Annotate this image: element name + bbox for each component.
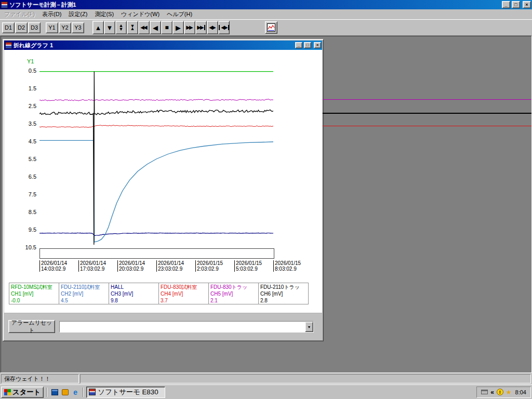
y-tick-label: 3.5 xyxy=(18,121,36,127)
toolbar-y3-button[interactable]: Y3 xyxy=(72,22,84,33)
graph-maximize-button[interactable]: □ xyxy=(304,42,311,48)
taskbar-separator xyxy=(46,388,47,397)
minimize-button[interactable]: _ xyxy=(502,1,510,8)
favorites-star-icon[interactable]: ★ xyxy=(506,389,512,395)
main-title-bar[interactable]: ソフトサーモ計測－計測1 _ □ × xyxy=(0,0,532,9)
x-tick-time: 17:03:02.9 xyxy=(80,266,106,272)
legend-channel-6: FDU-2110トラッCH6 [mV]2.8 xyxy=(258,283,309,304)
quick-launch-show-desktop-icon[interactable] xyxy=(50,388,59,397)
printer-icon[interactable] xyxy=(481,390,488,394)
y-tick-label: 4.5 xyxy=(18,138,36,145)
quick-launch-bar: e xyxy=(50,388,80,397)
legend-channel-4: FDU-830試料室CH4 [mV]3.7 xyxy=(158,283,209,304)
toolbar-d2-button[interactable]: D2 xyxy=(15,22,28,33)
quick-launch-channels-icon[interactable] xyxy=(60,388,70,397)
graph-minimize-button[interactable]: _ xyxy=(295,42,302,48)
y-tick-label: 6.5 xyxy=(18,174,36,180)
legend-channel-name: RFD-10MS試料室 xyxy=(11,284,57,290)
legend-channel-value: -0.0 xyxy=(11,297,57,304)
full-range-button[interactable]: ◀▶ xyxy=(218,21,230,34)
maximize-button[interactable]: □ xyxy=(512,1,520,8)
menu-help[interactable]: ヘルプ(H) xyxy=(163,9,196,19)
stop-button[interactable]: ■ xyxy=(161,21,172,34)
repaint-artifact-line xyxy=(323,113,531,114)
scroll-down-button[interactable]: ▼ xyxy=(104,21,115,34)
line-graph-window-button[interactable] xyxy=(265,21,277,34)
menu-measurement[interactable]: 測定(S) xyxy=(91,9,117,19)
menu-settings[interactable]: 設定(Z) xyxy=(65,9,91,19)
graph-content: Y1 0.51.52.53.54.55.56.57.58.59.510.5 20… xyxy=(4,50,322,340)
graph-window-title: 折れ線グラフ 1 xyxy=(14,42,294,49)
stop-square-icon: ■ xyxy=(165,24,168,31)
y-tick-label: 7.5 xyxy=(18,191,36,198)
menu-window[interactable]: ウィンドウ(W) xyxy=(117,9,163,19)
x-tick-date: 2026/01/14 xyxy=(158,260,184,266)
legend-channel-id: CH6 [mV] xyxy=(260,290,307,297)
step-back-button[interactable]: ◀ xyxy=(150,21,161,34)
fast-forward-button[interactable]: ▶▶ xyxy=(184,21,195,34)
toolbar-y2-button[interactable]: Y2 xyxy=(59,22,71,33)
combobox-dropdown-button[interactable]: ▼ xyxy=(305,322,313,332)
double-right-bar-icon: ▶▶ xyxy=(197,25,205,30)
menu-file[interactable]: ファイル(F) xyxy=(1,9,38,19)
time-scroll-box[interactable] xyxy=(39,248,274,259)
taskbar-separator-2 xyxy=(83,388,84,397)
x-tick-label: 2026/01/1417:03:02.9 xyxy=(78,260,106,272)
toolbar-d3-button[interactable]: D3 xyxy=(28,22,41,33)
window-title: ソフトサーモ計測－計測1 xyxy=(9,1,500,9)
expand-vertical-button[interactable]: ▲▼ xyxy=(115,21,127,34)
graph-close-button[interactable]: × xyxy=(314,42,321,48)
arrow-down-icon: ▼ xyxy=(107,24,113,31)
repaint-artifact-line xyxy=(323,126,531,126)
task-app-icon xyxy=(89,389,96,395)
series-CH3-line xyxy=(39,233,273,235)
alarm-reset-button[interactable]: アラームリセット xyxy=(8,320,55,333)
x-tick-label: 2026/01/155:03:02.9 xyxy=(234,260,262,272)
x-axis-ticks: 2026/01/1414:03:02.92026/01/1417:03:02.9… xyxy=(4,260,322,273)
hourglass-icon: ▼▲ xyxy=(130,25,135,30)
wait-button[interactable]: ▼▲ xyxy=(127,21,138,34)
y-tick-label: 5.5 xyxy=(18,156,36,163)
step-forward-button[interactable]: ▶ xyxy=(172,21,184,34)
channel-legend: RFD-10MS試料室CH1 [mV]-0.0FDU-2110試料室CH2 [m… xyxy=(9,283,309,304)
task-button-softthermo[interactable]: ソフトサーモ E830 xyxy=(86,387,165,398)
close-button[interactable]: × xyxy=(523,1,531,8)
x-tick-date: 2026/01/14 xyxy=(41,260,67,266)
update-alert-icon[interactable]: ! xyxy=(497,389,503,395)
series-CH6-line xyxy=(39,72,273,245)
y-tick-label: 0.5 xyxy=(18,68,36,74)
toolbar-y1-button[interactable]: Y1 xyxy=(46,22,58,33)
plot-area[interactable] xyxy=(39,71,273,247)
legend-channel-value: 9.8 xyxy=(111,297,157,304)
collapse-chevron-icon[interactable]: « xyxy=(490,389,494,395)
alarm-combobox[interactable]: ▼ xyxy=(59,321,314,332)
legend-channel-name: HALL xyxy=(111,284,157,290)
start-button[interactable]: スタート xyxy=(1,387,44,398)
x-tick-time: 20:03:02.9 xyxy=(119,266,145,272)
x-tick-time: 8:03:02.9 xyxy=(275,266,301,272)
x-tick-time: 14:03:02.9 xyxy=(41,266,67,272)
legend-channel-id: CH3 [mV] xyxy=(111,290,157,297)
alarm-strip: アラームリセット ▼ xyxy=(4,313,322,340)
taskbar: スタート e ソフトサーモ E830 «!★ 8:04 xyxy=(0,384,532,399)
legend-channel-id: CH2 [mV] xyxy=(61,290,107,297)
quick-launch-internet-explorer-icon[interactable]: e xyxy=(71,388,80,397)
system-tray: «!★ 8:04 xyxy=(476,387,531,398)
main-window: ソフトサーモ計測－計測1 _ □ × ファイル(F)表示(D)設定(Z)測定(S… xyxy=(0,0,532,384)
graph-window-title-bar[interactable]: 折れ線グラフ 1 _ □ × xyxy=(4,41,322,50)
menu-view[interactable]: 表示(D) xyxy=(38,9,65,19)
y-tick-label: 8.5 xyxy=(18,209,36,216)
alarm-combobox-value[interactable] xyxy=(60,322,305,332)
taskbar-clock: 8:04 xyxy=(514,389,526,395)
scroll-up-button[interactable]: ▲ xyxy=(92,21,104,34)
repaint-artifact-line xyxy=(323,99,531,100)
bar-left-right-bar-icon: ◀▶ xyxy=(219,25,229,30)
range-cursor-button[interactable]: ◀▶ xyxy=(207,21,218,34)
status-bar: 保存ウェイト！！ xyxy=(0,373,532,384)
x-tick-label: 2026/01/1414:03:02.9 xyxy=(39,260,67,272)
skip-to-end-button[interactable]: ▶▶ xyxy=(195,21,207,34)
y-tick-label: 2.5 xyxy=(18,103,36,110)
fast-rewind-button[interactable]: ◀◀ xyxy=(138,21,150,34)
series-CH4-line xyxy=(39,125,273,127)
toolbar-d1-button[interactable]: D1 xyxy=(2,22,15,33)
